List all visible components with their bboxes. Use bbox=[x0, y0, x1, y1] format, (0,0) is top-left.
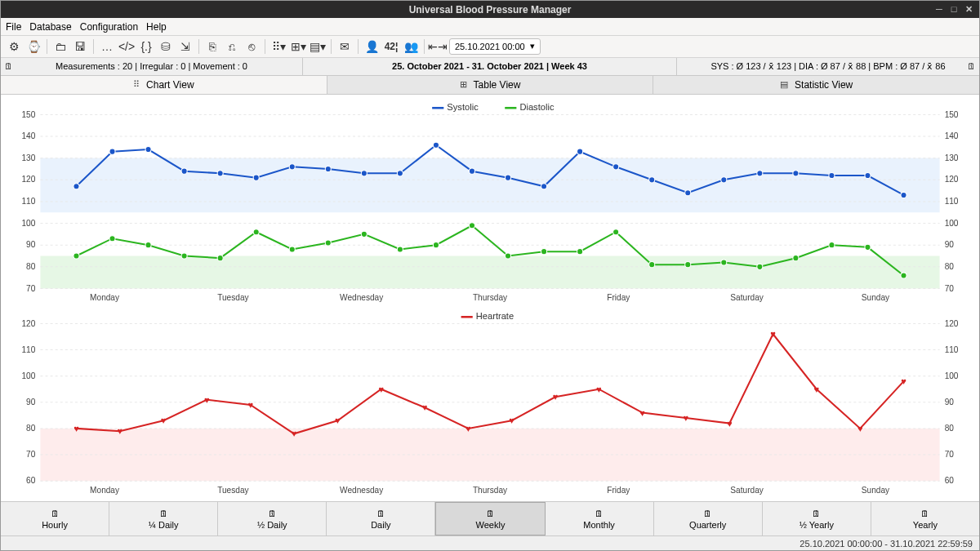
export-c-icon[interactable]: ⎋ bbox=[243, 38, 260, 55]
import-json-icon[interactable]: {.} bbox=[138, 38, 154, 55]
svg-text:120: 120 bbox=[21, 318, 35, 327]
menu-configuration[interactable]: Configuration bbox=[80, 21, 138, 33]
window-controls: ─ □ ✕ bbox=[933, 3, 974, 15]
export-b-icon[interactable]: ⎌ bbox=[224, 38, 240, 55]
svg-point-83 bbox=[901, 273, 906, 278]
svg-text:110: 110 bbox=[945, 344, 959, 353]
tab-chart-view[interactable]: ⠿ Chart View bbox=[1, 76, 327, 94]
tab-statistic-view[interactable]: ▤ Statistic View bbox=[653, 76, 979, 94]
svg-point-80 bbox=[793, 255, 799, 260]
svg-text:150: 150 bbox=[21, 109, 35, 118]
settings-icon[interactable]: ⚙ bbox=[6, 38, 22, 55]
import-db-icon[interactable]: ⛁ bbox=[158, 38, 174, 55]
svg-text:Saturday: Saturday bbox=[730, 293, 764, 302]
range-button--daily[interactable]: 🗓¼ Daily bbox=[109, 502, 218, 536]
measurements-label: Measurements : 20 | Irregular : 0 | Move… bbox=[56, 61, 247, 71]
number-icon[interactable]: 42¦ bbox=[383, 38, 399, 55]
svg-text:♥: ♥ bbox=[858, 424, 863, 433]
svg-point-63 bbox=[181, 253, 187, 259]
users-icon[interactable]: 👥 bbox=[403, 38, 419, 55]
range-button-label: Weekly bbox=[476, 520, 506, 530]
open-icon[interactable]: 🗀 bbox=[52, 38, 69, 55]
fit-width-icon[interactable]: ⇤⇥ bbox=[430, 38, 446, 55]
menu-database[interactable]: Database bbox=[29, 21, 71, 33]
svg-point-76 bbox=[649, 261, 655, 267]
range-button-hourly[interactable]: 🗓Hourly bbox=[1, 502, 109, 536]
svg-text:Tuesday: Tuesday bbox=[217, 293, 249, 302]
calendar-icon: 🗓 bbox=[595, 509, 604, 518]
chevron-down-icon: ▾ bbox=[530, 41, 535, 51]
svg-text:♥: ♥ bbox=[74, 424, 79, 433]
calendar-right-icon[interactable]: 🗓 bbox=[967, 61, 976, 71]
range-button--yearly[interactable]: 🗓½ Yearly bbox=[763, 502, 871, 536]
svg-text:80: 80 bbox=[945, 424, 955, 433]
svg-text:Sunday: Sunday bbox=[862, 293, 890, 302]
export-a-icon[interactable]: ⎘ bbox=[204, 38, 220, 55]
range-button-weekly[interactable]: 🗓Weekly bbox=[435, 502, 545, 536]
table-icon[interactable]: ⊞▾ bbox=[290, 38, 306, 55]
range-button-yearly[interactable]: 🗓Yearly bbox=[871, 502, 979, 536]
svg-text:100: 100 bbox=[945, 371, 959, 380]
range-button-label: Hourly bbox=[42, 520, 68, 530]
window-maximize-button[interactable]: □ bbox=[948, 3, 960, 15]
svg-text:70: 70 bbox=[26, 450, 36, 459]
save-icon[interactable]: 🖫 bbox=[72, 38, 88, 55]
import-csv-icon[interactable]: … bbox=[99, 38, 115, 55]
svg-text:♥: ♥ bbox=[553, 392, 559, 402]
menu-help[interactable]: Help bbox=[146, 21, 167, 33]
svg-text:60: 60 bbox=[945, 476, 955, 485]
svg-point-73 bbox=[541, 248, 547, 254]
watch-icon[interactable]: ⌚ bbox=[25, 38, 42, 55]
svg-text:♥: ♥ bbox=[509, 415, 514, 425]
svg-point-39 bbox=[181, 168, 187, 174]
svg-text:Monday: Monday bbox=[90, 293, 120, 302]
svg-point-56 bbox=[793, 171, 799, 176]
range-button-daily[interactable]: 🗓Daily bbox=[327, 502, 435, 536]
merge-icon[interactable]: ⇲ bbox=[177, 38, 194, 55]
svg-text:90: 90 bbox=[945, 240, 955, 249]
toolbar-date-picker[interactable]: 25.10.2021 00:00 ▾ bbox=[449, 38, 541, 55]
menubar: File Database Configuration Help bbox=[1, 18, 979, 35]
window-title: Universal Blood Pressure Manager bbox=[409, 4, 572, 16]
svg-text:130: 130 bbox=[945, 153, 959, 162]
svg-text:♥: ♥ bbox=[770, 329, 776, 339]
user-icon[interactable]: 👤 bbox=[363, 38, 380, 55]
mail-icon[interactable]: ✉ bbox=[336, 38, 353, 55]
range-button--daily[interactable]: 🗓½ Daily bbox=[218, 502, 327, 536]
svg-point-46 bbox=[433, 142, 439, 148]
svg-text:♥: ♥ bbox=[596, 384, 602, 394]
svg-point-51 bbox=[613, 164, 619, 170]
svg-point-81 bbox=[829, 242, 835, 247]
svg-point-45 bbox=[397, 171, 403, 176]
stats-tab-icon: ▤ bbox=[780, 79, 788, 90]
menu-file[interactable]: File bbox=[6, 21, 21, 33]
window-minimize-button[interactable]: ─ bbox=[933, 3, 945, 15]
svg-text:70: 70 bbox=[945, 450, 955, 459]
range-button-label: ¼ Daily bbox=[149, 520, 179, 530]
svg-text:Wednesday: Wednesday bbox=[340, 485, 384, 494]
calendar-left-icon[interactable]: 🗓 bbox=[4, 61, 13, 71]
svg-text:90: 90 bbox=[945, 398, 955, 407]
svg-text:♥: ♥ bbox=[292, 429, 297, 438]
range-button-label: Monthly bbox=[583, 520, 615, 530]
bp-chart[interactable]: 7070808090901001001101101201201301301401… bbox=[11, 100, 969, 309]
window-close-button[interactable]: ✕ bbox=[963, 3, 974, 15]
chart-icon[interactable]: ⠿▾ bbox=[270, 38, 287, 55]
range-button-quarterly[interactable]: 🗓Quarterly bbox=[654, 502, 763, 536]
heartrate-chart[interactable]: 6060707080809090100100110110120120Monday… bbox=[11, 309, 969, 501]
stats-icon[interactable]: ▤▾ bbox=[310, 38, 326, 55]
svg-point-61 bbox=[109, 235, 115, 241]
import-xml-icon[interactable]: </> bbox=[118, 38, 135, 55]
tab-table-view[interactable]: ⊞ Table View bbox=[327, 76, 654, 94]
toolbar-sep bbox=[358, 39, 359, 54]
infobar-left: 🗓 Measurements : 20 | Irregular : 0 | Mo… bbox=[1, 58, 303, 74]
range-button-monthly[interactable]: 🗓Monthly bbox=[546, 502, 654, 536]
toolbar-sep bbox=[198, 39, 199, 54]
svg-point-78 bbox=[721, 260, 727, 265]
infobar-center: 25. October 2021 - 31. October 2021 | We… bbox=[303, 58, 677, 74]
svg-text:♥: ♥ bbox=[161, 415, 167, 425]
svg-text:♥: ♥ bbox=[204, 395, 210, 405]
svg-text:Tuesday: Tuesday bbox=[217, 485, 249, 494]
svg-text:Friday: Friday bbox=[607, 293, 630, 302]
infobar: 🗓 Measurements : 20 | Irregular : 0 | Mo… bbox=[1, 58, 979, 75]
